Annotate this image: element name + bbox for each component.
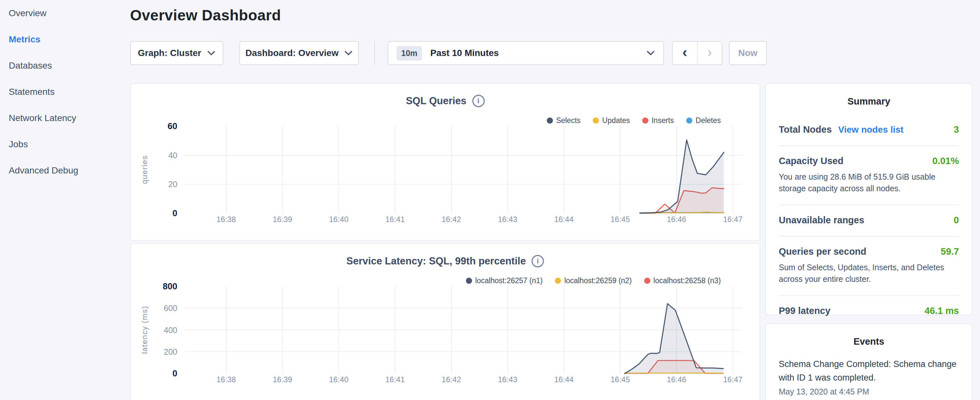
summary-row-value: 46.1 ms [925,306,959,316]
time-window-badge: 10m [397,46,422,61]
svg-text:16:47: 16:47 [723,375,743,384]
sidebar-item-overview[interactable]: Overview [0,0,130,26]
svg-text:16:43: 16:43 [498,375,517,384]
sidebar: Overview Metrics Databases Statements Ne… [0,0,130,183]
svg-text:16:42: 16:42 [442,215,461,224]
svg-text:0: 0 [172,369,177,378]
svg-text:16:43: 16:43 [498,215,517,224]
info-icon[interactable]: i [531,255,544,267]
graph-dropdown[interactable]: Graph: Cluster [130,41,223,65]
view-nodes-list-link[interactable]: View nodes list [838,124,904,135]
svg-text:0: 0 [172,209,177,218]
svg-text:16:40: 16:40 [329,375,348,384]
svg-text:16:40: 16:40 [329,215,348,224]
chevron-right-icon: › [707,45,712,59]
summary-row-label: Queries per second [779,246,866,257]
chevron-down-icon [207,51,215,56]
svg-text:16:44: 16:44 [554,375,574,384]
svg-text:16:47: 16:47 [723,215,743,224]
svg-text:20: 20 [168,180,177,189]
svg-text:800: 800 [163,282,177,291]
svg-text:16:45: 16:45 [611,375,630,384]
chart-title-row: SQL Queries i [131,95,760,107]
svg-text:16:42: 16:42 [442,375,461,384]
metrics-page: Overview Metrics Databases Statements Ne… [0,0,980,400]
sidebar-item-statements[interactable]: Statements [0,79,130,105]
svg-text:16:39: 16:39 [273,215,292,224]
sidebar-item-metrics[interactable]: Metrics [0,26,130,53]
header-divider [374,41,375,65]
divider [779,145,959,146]
summary-row-value: 0.01% [932,156,959,166]
svg-text:16:46: 16:46 [667,375,686,384]
chart-title: SQL Queries [406,95,466,107]
divider [779,204,959,205]
summary-row-value: 0 [954,215,959,226]
summary-row-unavailable-ranges: Unavailable ranges 0 [779,215,959,226]
chevron-left-icon: ‹ [682,45,687,59]
svg-text:16:44: 16:44 [554,215,574,224]
svg-text:16:41: 16:41 [385,215,405,224]
service-latency-chart[interactable]: 16:3816:3916:4016:4116:4216:4316:4416:45… [137,280,754,387]
svg-text:16:46: 16:46 [667,215,686,224]
summary-row-qps: Queries per second 59.7 [779,246,959,257]
summary-row-value: 3 [954,124,959,135]
chart-title-row: Service Latency: SQL, 99th percentile i [131,255,760,267]
sidebar-item-network-latency[interactable]: Network Latency [0,105,130,131]
time-window-selector[interactable]: 10m Past 10 Minutes [388,41,664,65]
now-button[interactable]: Now [729,41,767,65]
svg-text:60: 60 [168,121,177,131]
info-icon[interactable]: i [473,95,485,107]
svg-text:16:41: 16:41 [385,375,405,384]
summary-row-p99: P99 latency 46.1 ms [779,306,959,316]
svg-text:16:38: 16:38 [216,375,236,384]
summary-row-label: Capacity Used [779,156,843,166]
summary-row-description: You are using 28.6 MiB of 515.9 GiB usab… [779,171,959,194]
svg-text:40: 40 [168,151,177,160]
sidebar-item-jobs[interactable]: Jobs [0,131,130,157]
time-prev-button[interactable]: ‹ [673,42,697,64]
summary-row-capacity: Capacity Used 0.01% [779,156,959,166]
sql-queries-card: SQL Queries i SelectsUpdatesInsertsDelet… [130,83,760,241]
chart-title: Service Latency: SQL, 99th percentile [347,255,526,267]
svg-text:200: 200 [164,347,177,356]
summary-panel: Summary Total Nodes View nodes list 3 Ca… [765,83,972,315]
svg-text:16:45: 16:45 [611,215,630,224]
summary-row-value: 59.7 [941,246,959,257]
time-next-button[interactable]: › [697,42,722,64]
svg-text:600: 600 [164,304,177,312]
summary-row-label: P99 latency [779,306,830,316]
dashboard-dropdown-label: Dashboard: Overview [245,48,339,58]
chevron-down-icon [646,51,655,56]
summary-row-label: Unavailable ranges [779,215,864,226]
page-title: Overview Dashboard [130,6,281,24]
dashboard-dropdown[interactable]: Dashboard: Overview [239,41,359,65]
time-window-label: Past 10 Minutes [430,48,638,58]
svg-text:16:38: 16:38 [216,215,236,224]
event-item-text: Schema Change Completed: Schema change w… [779,357,959,384]
summary-row-description: Sum of Selects, Updates, Inserts, and De… [779,261,959,285]
summary-title: Summary [779,84,959,107]
time-step-buttons: ‹ › [672,41,722,65]
svg-text:16:39: 16:39 [273,375,292,384]
divider [779,295,959,296]
event-item-timestamp: May 13, 2020 at 4:45 PM [779,387,959,397]
summary-row-label: Total Nodes [779,124,832,135]
divider [779,236,959,237]
sidebar-item-advanced-debug[interactable]: Advanced Debug [0,157,130,183]
sql-queries-chart[interactable]: 16:3816:3916:4016:4116:4216:4316:4416:45… [137,120,754,227]
sidebar-item-databases[interactable]: Databases [0,53,130,79]
events-title: Events [779,324,959,347]
events-panel: Events Schema Change Completed: Schema c… [765,323,972,400]
summary-row-total-nodes: Total Nodes View nodes list 3 [779,124,959,135]
service-latency-card: Service Latency: SQL, 99th percentile i … [130,243,760,400]
graph-dropdown-label: Graph: Cluster [138,48,201,58]
chevron-down-icon [344,51,353,56]
svg-text:400: 400 [164,325,177,335]
